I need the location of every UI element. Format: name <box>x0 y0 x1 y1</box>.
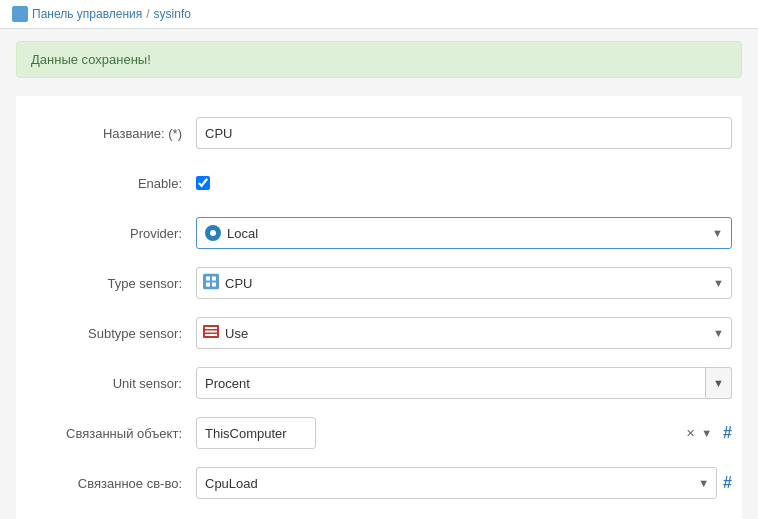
provider-row: Provider: Local Remote ▼ <box>26 216 732 250</box>
name-label: Название: (*) <box>26 126 196 141</box>
enable-checkbox[interactable] <box>196 176 210 190</box>
unit-sensor-row: Unit sensor: Procent Bytes MB GB ▼ <box>26 366 732 400</box>
home-icon <box>12 6 28 22</box>
subtype-sensor-select[interactable]: Use Total Free <box>196 317 732 349</box>
form-container: Название: (*) Enable: Provider: Local Re… <box>16 96 742 519</box>
unit-sensor-label: Unit sensor: <box>26 376 196 391</box>
name-row: Название: (*) <box>26 116 732 150</box>
breadcrumb-home[interactable]: Панель управления <box>32 7 142 21</box>
provider-label: Provider: <box>26 226 196 241</box>
linked-object-wrapper: ThisComputer ✕ ▼ # <box>196 417 732 449</box>
provider-select[interactable]: Local Remote <box>227 226 706 241</box>
subtype-sensor-select-wrapper: Use Total Free ▼ <box>196 317 732 349</box>
type-sensor-label: Type sensor: <box>26 276 196 291</box>
linked-object-hash-link[interactable]: # <box>723 424 732 442</box>
provider-select-wrapper: Local Remote ▼ <box>196 217 732 249</box>
linked-prop-hash-link[interactable]: # <box>723 474 732 492</box>
linked-object-arrow[interactable]: ▼ <box>701 427 712 439</box>
enable-label: Enable: <box>26 176 196 191</box>
linked-prop-select[interactable]: CpuLoad MemLoad DiskLoad <box>196 467 717 499</box>
linked-object-select[interactable]: ThisComputer <box>196 417 316 449</box>
breadcrumb: Панель управления / sysinfo <box>0 0 758 29</box>
linked-prop-label: Связанное св-во: <box>26 476 196 491</box>
enable-checkbox-wrapper <box>196 176 210 190</box>
linked-object-clear-btn[interactable]: ✕ <box>686 427 695 440</box>
linked-prop-row: Связанное св-во: CpuLoad MemLoad DiskLoa… <box>26 466 732 500</box>
linked-object-label: Связанный объект: <box>26 426 196 441</box>
type-sensor-select-wrapper: CPU Memory Disk Network ▼ <box>196 267 732 299</box>
subtype-sensor-label: Subtype sensor: <box>26 326 196 341</box>
unit-sensor-select[interactable]: Procent Bytes MB GB <box>196 367 706 399</box>
linked-prop-select-wrapper: CpuLoad MemLoad DiskLoad ▼ <box>196 467 717 499</box>
unit-sensor-btn[interactable]: ▼ <box>706 367 732 399</box>
unit-sensor-wrapper: Procent Bytes MB GB ▼ <box>196 367 732 399</box>
breadcrumb-current: sysinfo <box>154 7 191 21</box>
subtype-sensor-row: Subtype sensor: Use Total Free ▼ <box>26 316 732 350</box>
provider-dropdown-arrow: ▼ <box>712 227 723 239</box>
provider-icon <box>205 225 221 241</box>
linked-object-select-wrapper: ThisComputer ✕ ▼ <box>196 417 717 449</box>
type-sensor-select[interactable]: CPU Memory Disk Network <box>196 267 732 299</box>
enable-row: Enable: <box>26 166 732 200</box>
linked-prop-wrapper: CpuLoad MemLoad DiskLoad ▼ # <box>196 467 732 499</box>
success-alert: Данные сохранены! <box>16 41 742 78</box>
name-input[interactable] <box>196 117 732 149</box>
linked-object-row: Связанный объект: ThisComputer ✕ ▼ # <box>26 416 732 450</box>
breadcrumb-separator: / <box>146 7 149 21</box>
type-sensor-row: Type sensor: CPU Memory Disk Network ▼ <box>26 266 732 300</box>
